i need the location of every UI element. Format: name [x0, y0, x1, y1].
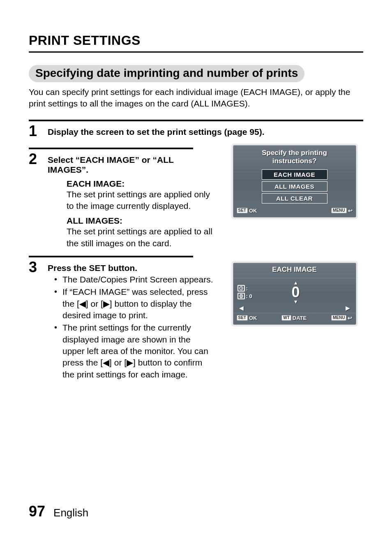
counter-control[interactable]: ▲ 0 ▼: [252, 281, 339, 304]
wt-chip: WT: [281, 315, 291, 321]
ok-label: OK: [249, 208, 257, 214]
chevron-left-icon[interactable]: ◀: [239, 305, 244, 311]
section-heading-wrap: Specifying date imprinting and number of…: [29, 65, 363, 82]
intro-paragraph: You can specify print settings for each …: [29, 86, 363, 110]
menu-chip: MENU: [331, 208, 346, 213]
step-2: 2 Select “EACH IMAGE” or “ALL IMAGES”. E…: [29, 152, 214, 249]
step-number: 2: [29, 152, 40, 167]
set-ok-badge: SET OK: [237, 208, 257, 214]
right-column: Specify the printing instructions? EACH …: [226, 141, 363, 381]
step-number: 3: [29, 260, 40, 275]
lcd-title-line2: instructions?: [272, 157, 317, 165]
set-chip: SET: [237, 208, 248, 213]
page-title: PRINT SETTINGS: [29, 33, 363, 48]
lcd-option-each-image[interactable]: EACH IMAGE: [262, 169, 327, 180]
status-icons: : : 0: [238, 285, 252, 299]
lcd-option-all-clear[interactable]: ALL CLEAR: [262, 193, 327, 204]
manual-page: PRINT SETTINGS Specifying date imprintin…: [0, 0, 392, 553]
step-2-definitions: EACH IMAGE: The set print settings are a…: [67, 179, 214, 249]
return-icon: ↩: [348, 208, 353, 214]
step-3: 3 Press the SET button. The Date/Copies …: [29, 260, 214, 381]
clock-value: :: [246, 285, 248, 292]
step-title: Display the screen to set the print sett…: [48, 127, 264, 137]
lcd-option-all-images[interactable]: ALL IMAGES: [262, 181, 327, 192]
definition-term: ALL IMAGES:: [67, 216, 214, 226]
section-heading: Specifying date imprinting and number of…: [29, 65, 304, 82]
date-label: DATE: [293, 315, 307, 321]
lcd-screen-specify: Specify the printing instructions? EACH …: [233, 145, 356, 217]
definition-term: EACH IMAGE:: [67, 179, 214, 189]
definition-body: The set print settings are applied to al…: [67, 226, 214, 249]
lcd-title: Specify the printing instructions?: [233, 146, 356, 168]
step-title: Press the SET button.: [48, 263, 214, 273]
language-label: English: [53, 507, 88, 519]
step-title: Select “EACH IMAGE” or “ALL IMAGES”.: [48, 155, 214, 175]
return-icon: ↩: [348, 315, 352, 321]
page-footer: 97 English: [29, 503, 88, 520]
step-1: 1 Display the screen to set the print se…: [29, 124, 363, 139]
list-item: If “EACH IMAGE” was selected, press the …: [48, 286, 214, 321]
lcd-bottom-bar: SET OK MENU ↩: [233, 205, 356, 217]
step-number: 1: [29, 124, 40, 139]
menu-return-badge: MENU ↩: [331, 315, 352, 321]
set-chip: SET: [237, 315, 248, 321]
step-2-rule: [29, 148, 193, 149]
chevron-right-icon[interactable]: ▶: [346, 305, 350, 311]
lcd-body: : : 0 ▲ 0 ▼: [233, 278, 356, 305]
lcd-title-line1: Specify the printing: [262, 149, 327, 157]
print-count-status: : 0: [238, 293, 252, 299]
lcd-bottom-bar: SET OK WT DATE MENU ↩: [233, 313, 356, 324]
svg-rect-2: [240, 294, 242, 296]
clock-status: :: [238, 285, 252, 292]
menu-chip: MENU: [331, 315, 346, 321]
menu-return-badge: MENU ↩: [331, 208, 352, 214]
counter-value: 0: [252, 285, 339, 300]
nav-arrows: ◀ ▶: [233, 305, 356, 313]
wt-date-badge: WT DATE: [281, 315, 307, 321]
left-column: 2 Select “EACH IMAGE” or “ALL IMAGES”. E…: [29, 141, 214, 381]
svg-rect-3: [240, 297, 242, 298]
step-3-bullets: The Date/Copies Print Screen appears. If…: [48, 274, 214, 380]
ok-label: OK: [249, 315, 257, 321]
two-column-area: 2 Select “EACH IMAGE” or “ALL IMAGES”. E…: [29, 141, 363, 381]
print-value: : 0: [246, 293, 252, 299]
clock-icon: [238, 285, 245, 292]
list-item: The Date/Copies Print Screen appears.: [48, 274, 214, 285]
step-3-rule: [29, 256, 193, 257]
definition-body: The set print settings are applied only …: [67, 189, 214, 212]
step-1-rule: [29, 120, 363, 121]
lcd-title: EACH IMAGE: [233, 263, 356, 278]
title-rule: [29, 51, 363, 53]
set-ok-badge: SET OK: [237, 315, 257, 321]
lcd-screen-each-image: EACH IMAGE : : 0: [233, 263, 356, 325]
list-item: The print settings for the currently dis…: [48, 322, 214, 380]
page-number: 97: [29, 503, 45, 520]
printer-icon: [238, 293, 245, 299]
chevron-down-icon: ▼: [252, 300, 339, 304]
